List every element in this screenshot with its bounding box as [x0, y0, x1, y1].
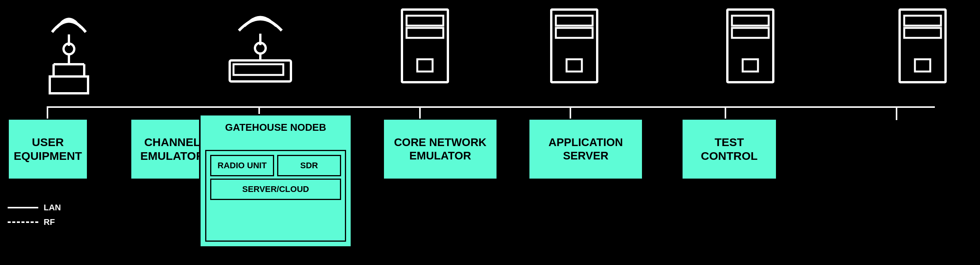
appserver-label: APPLICATION SERVER — [549, 136, 623, 163]
legend-lan-label: LAN — [44, 203, 61, 213]
legend: LAN RF — [8, 203, 61, 232]
nodeb-outer-block: GATEHOUSE NODEB RADIO UNIT SDR SERVER/CL… — [199, 114, 352, 248]
sdr-cell: SDR — [277, 155, 341, 176]
appserver-block: APPLICATION SERVER — [528, 119, 643, 180]
legend-lan-line — [8, 207, 38, 208]
testcontrol-label: TEST CONTROL — [701, 135, 758, 163]
channel-label: CHANNEL EMULATOR — [140, 135, 204, 163]
nodeb-icon — [218, 4, 302, 88]
server-cloud-cell: SERVER/CLOUD — [210, 179, 341, 200]
server1-icon — [387, 6, 463, 90]
legend-rf: RF — [8, 217, 61, 227]
core-block: CORE NETWORK EMULATOR — [383, 119, 498, 180]
nodeb-inner-top: RADIO UNIT SDR — [206, 151, 345, 179]
vline-server3 — [725, 106, 726, 120]
vline-server2 — [570, 106, 571, 120]
svg-rect-17 — [556, 16, 593, 26]
svg-rect-6 — [50, 76, 88, 93]
vline-server4 — [896, 106, 897, 120]
server3-icon — [712, 6, 789, 90]
server4-icon — [884, 6, 961, 90]
svg-rect-23 — [743, 59, 758, 72]
server2-icon — [536, 6, 612, 90]
radio-unit-cell: RADIO UNIT — [210, 155, 274, 176]
svg-rect-26 — [904, 28, 941, 38]
testcontrol-block: TEST CONTROL — [681, 119, 777, 180]
top-connector-line — [47, 106, 935, 108]
vline-server1 — [419, 106, 421, 120]
svg-rect-18 — [556, 28, 593, 38]
vline-ue — [47, 106, 48, 120]
svg-rect-25 — [904, 16, 941, 26]
ue-icon — [31, 8, 107, 96]
svg-rect-27 — [915, 59, 930, 72]
core-label: CORE NETWORK EMULATOR — [394, 136, 487, 163]
legend-rf-line — [8, 221, 38, 223]
svg-rect-19 — [567, 59, 582, 72]
arrow-ch-ue — [87, 142, 96, 153]
svg-rect-11 — [234, 64, 283, 75]
nodeb-title: GATEHOUSE NODEB — [201, 115, 351, 138]
ue-label: USER EQUIPMENT — [14, 135, 82, 163]
svg-rect-22 — [732, 28, 769, 38]
legend-lan: LAN — [8, 203, 61, 213]
conn-app-test — [644, 147, 683, 148]
svg-rect-15 — [417, 59, 433, 72]
legend-rf-label: RF — [44, 217, 55, 227]
nodeb-inner-bottom: SERVER/CLOUD — [206, 179, 345, 204]
svg-rect-21 — [732, 16, 769, 26]
svg-rect-13 — [407, 16, 443, 26]
svg-rect-14 — [407, 28, 443, 38]
nodeb-inner: RADIO UNIT SDR SERVER/CLOUD — [205, 150, 346, 242]
ue-block: USER EQUIPMENT — [8, 119, 88, 180]
